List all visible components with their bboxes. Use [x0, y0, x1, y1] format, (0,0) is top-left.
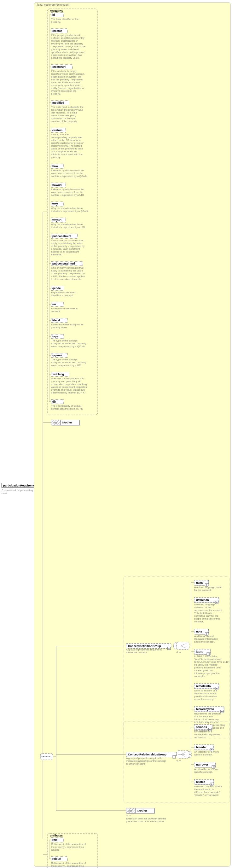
svg-text:role: role — [52, 838, 58, 841]
svg-text:qcode: qcode — [52, 287, 61, 290]
svg-text:creatoruri: creatoruri — [52, 65, 66, 68]
svg-text:Indicates by which means theva: Indicates by which means thevalue was ex… — [51, 169, 88, 178]
svg-text:If the property value is notde: If the property value is notdefined, spe… — [51, 34, 86, 59]
svg-text:0..∞: 0..∞ — [176, 651, 181, 654]
svg-text:Indicates by which means theva: Indicates by which means thevalue was ex… — [51, 188, 84, 196]
svg-text:pubconstrainturi: pubconstrainturi — [52, 262, 75, 265]
svg-text:remoteInfo: remoteInfo — [196, 684, 211, 688]
svg-text:Why the metadata has beeninclu: Why the metadata has beenincluded - expr… — [51, 223, 85, 228]
svg-text:dir: dir — [52, 400, 56, 403]
svg-text:roleuri: roleuri — [52, 857, 61, 861]
svg-text:0..∞: 0..∞ — [126, 814, 131, 817]
svg-text:id: id — [52, 13, 55, 17]
svg-text:A link to an item or aweb reso: A link to an item or aweb resource which… — [194, 689, 217, 701]
svg-text:attributes: attributes — [50, 834, 63, 837]
svg-point-165 — [49, 756, 51, 757]
svg-text:##other: ##other — [137, 809, 147, 812]
svg-text:ConceptRelationshipsGroup: ConceptRelationshipsGroup — [128, 753, 167, 756]
extension-title: Flex1PropType (extension) — [36, 3, 70, 6]
svg-text:type: type — [52, 335, 58, 338]
svg-text:Refinement of the semantics of: Refinement of the semantics ofthe proper… — [51, 862, 86, 868]
svg-text:ConceptDefinitionGroup: ConceptDefinitionGroup — [128, 645, 161, 648]
svg-text:A related concept, wherethe re: A related concept, wherethe relationship… — [194, 785, 222, 797]
svg-text:uri: uri — [52, 303, 56, 306]
svg-text:sameAs: sameAs — [196, 725, 207, 728]
svg-text:why: why — [52, 203, 58, 206]
svg-text:If set to true thecorrespondin: If set to true thecorresponding property… — [51, 133, 84, 159]
svg-text:A qualified code whichidentifi: A qualified code whichidentifies a conce… — [51, 291, 76, 297]
svg-text:Specifies the language of this: Specifies the language of thisproperty a… — [51, 377, 87, 394]
svg-text:The directionality of textualc: The directionality of textualcontent (en… — [51, 405, 82, 410]
svg-text:note: note — [196, 630, 202, 633]
svg-text:pubconstraint: pubconstraint — [52, 235, 71, 238]
svg-text:xml:lang: xml:lang — [52, 373, 64, 376]
svg-text:modified: modified — [52, 101, 64, 104]
svg-text:broader: broader — [196, 746, 207, 749]
svg-text:literal: literal — [52, 319, 60, 322]
svg-text:any: any — [53, 421, 58, 424]
svg-text:whyuri: whyuri — [52, 218, 62, 222]
svg-text:howuri: howuri — [52, 184, 62, 187]
schema-diagram: participationRequirement A requirement f… — [0, 0, 232, 868]
svg-text:hierarchyInfo: hierarchyInfo — [196, 708, 214, 711]
attributes-label: attributes — [50, 9, 63, 12]
svg-text:One or many constraints thatap: One or many constraints thatapply to pub… — [51, 267, 85, 281]
svg-text:participationRequirement: participationRequirement — [3, 484, 37, 487]
svg-text:facet: facet — [196, 650, 203, 653]
svg-point-163 — [43, 756, 44, 757]
svg-text:custom: custom — [52, 129, 62, 132]
svg-text:any: any — [128, 809, 133, 812]
svg-text:name: name — [196, 581, 204, 584]
svg-text:##other: ##other — [62, 421, 72, 424]
svg-text:typeuri: typeuri — [52, 354, 62, 357]
svg-text:0..∞: 0..∞ — [176, 759, 181, 762]
svg-text:related: related — [196, 780, 205, 783]
svg-text:narrower: narrower — [196, 763, 208, 766]
svg-text:creator: creator — [52, 29, 62, 32]
svg-text:Extension point for provider-d: Extension point for provider-definedprop… — [126, 817, 166, 823]
svg-text:definition: definition — [196, 598, 209, 601]
svg-text:how: how — [52, 164, 58, 168]
svg-point-164 — [46, 756, 47, 757]
